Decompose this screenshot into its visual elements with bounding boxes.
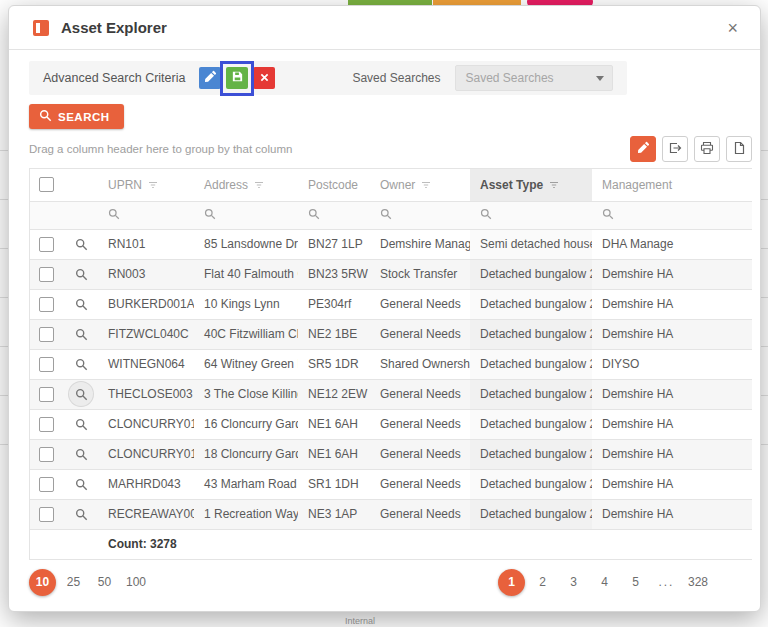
column-header-owner[interactable]: Owner bbox=[370, 169, 470, 201]
column-header-postcode[interactable]: Postcode bbox=[298, 169, 370, 201]
page-1[interactable]: 1 bbox=[498, 569, 525, 596]
cell-address: 16 Cloncurry Garden... bbox=[194, 409, 298, 439]
cell-owner: General Needs bbox=[370, 439, 470, 469]
cell-management: Demshire HA bbox=[592, 319, 752, 349]
cell-address: 85 Lansdowne Drive... bbox=[194, 229, 298, 259]
row-search-icon[interactable] bbox=[69, 502, 93, 526]
cell-asset-type: Detached bungalow 2 bbox=[470, 319, 592, 349]
search-button[interactable]: SEARCH bbox=[29, 104, 124, 129]
cell-address: 64 Witney Green Mu... bbox=[194, 349, 298, 379]
row-checkbox[interactable] bbox=[39, 477, 54, 492]
print-button[interactable] bbox=[694, 136, 720, 162]
filter-input-postcode[interactable] bbox=[298, 201, 370, 229]
page-size-100[interactable]: 100 bbox=[122, 569, 150, 596]
cell-owner: Stock Transfer bbox=[370, 259, 470, 289]
save-criteria-button[interactable] bbox=[226, 67, 248, 89]
export-file-button[interactable] bbox=[726, 136, 752, 162]
file-icon bbox=[732, 141, 746, 158]
page-size-50[interactable]: 50 bbox=[91, 569, 118, 596]
cell-owner: General Needs bbox=[370, 469, 470, 499]
row-search-icon[interactable] bbox=[69, 232, 93, 256]
cell-owner: Demshire Managed bbox=[370, 229, 470, 259]
row-checkbox[interactable] bbox=[39, 507, 54, 522]
select-all-checkbox[interactable] bbox=[39, 177, 54, 192]
filter-input-management[interactable] bbox=[592, 201, 752, 229]
page-size-25[interactable]: 25 bbox=[60, 569, 87, 596]
row-checkbox[interactable] bbox=[39, 357, 54, 372]
row-search-icon[interactable] bbox=[69, 322, 93, 346]
cell-postcode: NE12 2EW bbox=[298, 379, 370, 409]
saved-searches-dropdown[interactable]: Saved Searches bbox=[455, 65, 613, 91]
cell-management: Demshire HA bbox=[592, 289, 752, 319]
column-header-asset-type[interactable]: Asset Type bbox=[470, 169, 592, 201]
filter-input-asset-type[interactable] bbox=[470, 201, 592, 229]
dialog-title: Asset Explorer bbox=[61, 19, 723, 36]
row-search-icon[interactable] bbox=[69, 352, 93, 376]
cell-uprn: CLONCURRY018 bbox=[98, 439, 194, 469]
grid-body: RN101 85 Lansdowne Drive... BN27 1LP Dem… bbox=[30, 229, 752, 529]
page-2[interactable]: 2 bbox=[529, 569, 556, 596]
close-icon[interactable]: × bbox=[723, 17, 742, 39]
cell-management: Demshire HA bbox=[592, 379, 752, 409]
dialog-header: Asset Explorer × bbox=[9, 6, 760, 50]
page-3[interactable]: 3 bbox=[560, 569, 587, 596]
row-search-icon[interactable] bbox=[69, 472, 93, 496]
row-checkbox[interactable] bbox=[39, 237, 54, 252]
column-header-address[interactable]: Address bbox=[194, 169, 298, 201]
cell-asset-type: Detached bungalow 2 bbox=[470, 379, 592, 409]
cell-management: Demshire HA bbox=[592, 469, 752, 499]
page-size-10[interactable]: 10 bbox=[29, 569, 56, 596]
page-5[interactable]: 5 bbox=[622, 569, 649, 596]
row-search-icon[interactable] bbox=[69, 292, 93, 316]
column-header-uprn[interactable]: UPRN bbox=[98, 169, 194, 201]
cell-address: Flat 40 Falmouth Cl... bbox=[194, 259, 298, 289]
filter-input-address[interactable] bbox=[194, 201, 298, 229]
cell-management: Demshire HA bbox=[592, 499, 752, 529]
filter-input-owner[interactable] bbox=[370, 201, 470, 229]
edit-criteria-button[interactable] bbox=[199, 67, 221, 89]
clear-criteria-button[interactable] bbox=[253, 67, 275, 89]
cell-asset-type: Detached bungalow 2 bbox=[470, 469, 592, 499]
row-checkbox[interactable] bbox=[39, 267, 54, 282]
edit-columns-button[interactable] bbox=[630, 136, 656, 162]
row-checkbox[interactable] bbox=[39, 327, 54, 342]
cell-asset-type: Detached bungalow 2 bbox=[470, 499, 592, 529]
saved-searches-label: Saved Searches bbox=[352, 71, 440, 85]
cell-asset-type: Detached bungalow 2 bbox=[470, 259, 592, 289]
cell-uprn: RECREAWAY001 bbox=[98, 499, 194, 529]
row-checkbox[interactable] bbox=[39, 297, 54, 312]
cell-postcode: PE304rf bbox=[298, 289, 370, 319]
cell-postcode: NE2 1BE bbox=[298, 319, 370, 349]
export-button[interactable] bbox=[662, 136, 688, 162]
cell-uprn: WITNEGN064 bbox=[98, 349, 194, 379]
save-icon bbox=[231, 70, 244, 86]
row-count: Count: 3278 bbox=[30, 529, 752, 559]
row-search-icon[interactable] bbox=[69, 412, 93, 436]
cell-address: 10 Kings Lynn bbox=[194, 289, 298, 319]
row-search-icon[interactable] bbox=[69, 262, 93, 286]
row-search-icon[interactable] bbox=[69, 382, 93, 406]
cell-address: 43 Marham Road Su... bbox=[194, 469, 298, 499]
filter-input-uprn[interactable] bbox=[98, 201, 194, 229]
page-328[interactable]: 328 bbox=[684, 569, 712, 596]
table-row: RN003 Flat 40 Falmouth Cl... BN23 5RW St… bbox=[30, 259, 752, 289]
table-row: CLONCURRY016 16 Cloncurry Garden... NE1 … bbox=[30, 409, 752, 439]
pager: 102550100 12345...328 bbox=[29, 569, 752, 596]
table-row: WITNEGN064 64 Witney Green Mu... SR5 1DR… bbox=[30, 349, 752, 379]
cell-owner: General Needs bbox=[370, 499, 470, 529]
row-search-icon[interactable] bbox=[69, 442, 93, 466]
advanced-criteria-label: Advanced Search Criteria bbox=[43, 71, 185, 85]
asset-explorer-icon bbox=[33, 20, 49, 36]
filter-icon bbox=[549, 181, 559, 189]
column-header-management[interactable]: Management bbox=[592, 169, 752, 201]
page-4[interactable]: 4 bbox=[591, 569, 618, 596]
cell-management: Demshire HA bbox=[592, 259, 752, 289]
cell-owner: General Needs bbox=[370, 319, 470, 349]
row-checkbox[interactable] bbox=[39, 417, 54, 432]
table-row: RECREAWAY001 1 Recreation Way G... NE3 1… bbox=[30, 499, 752, 529]
cell-uprn: MARHRD043 bbox=[98, 469, 194, 499]
row-checkbox[interactable] bbox=[39, 387, 54, 402]
row-checkbox[interactable] bbox=[39, 447, 54, 462]
pencil-icon bbox=[204, 70, 217, 86]
filter-icon bbox=[254, 181, 264, 189]
